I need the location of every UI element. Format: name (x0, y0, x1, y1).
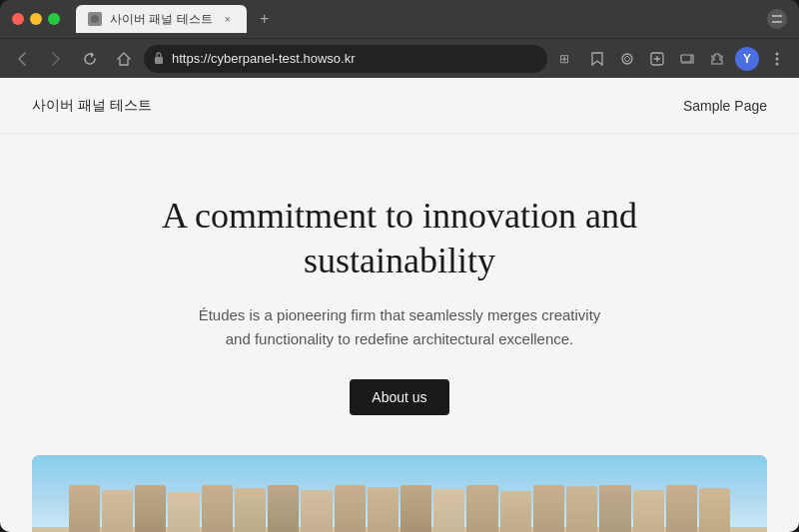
window-expand-area (767, 9, 787, 29)
site-nav: Sample Page (683, 97, 767, 115)
about-us-button[interactable]: About us (350, 379, 448, 415)
sample-page-link[interactable]: Sample Page (683, 98, 767, 114)
fin (666, 485, 697, 532)
fin (699, 488, 730, 532)
fin (235, 488, 266, 532)
new-tab-button[interactable]: + (251, 5, 279, 33)
svg-rect-2 (155, 57, 163, 64)
site-header: 사이버 패널 테스트 Sample Page (0, 78, 799, 134)
address-bar-row: https://cyberpanel-test.howso.kr ⊞ Y (0, 38, 799, 78)
fin (335, 485, 366, 532)
building-fins (69, 485, 730, 532)
toolbar-icons: ⊞ Y (553, 45, 791, 73)
traffic-lights (12, 13, 60, 25)
fin (301, 490, 332, 532)
close-window-button[interactable] (12, 13, 24, 25)
fin (368, 487, 399, 532)
fin (268, 485, 299, 532)
back-button[interactable] (8, 45, 36, 73)
fin (69, 485, 100, 532)
menu-button[interactable] (763, 45, 791, 73)
fin (102, 490, 133, 533)
hero-subtitle: Études is a pioneering firm that seamles… (190, 303, 609, 351)
tab-close-button[interactable]: × (221, 12, 235, 26)
minimize-window-button[interactable] (30, 13, 42, 25)
bookmark-icon[interactable] (583, 45, 611, 73)
reload-button[interactable] (76, 45, 104, 73)
svg-point-0 (91, 15, 99, 23)
svg-point-7 (776, 52, 779, 55)
extension2-icon[interactable] (643, 45, 671, 73)
maximize-window-button[interactable] (48, 13, 60, 25)
fin (566, 486, 597, 532)
hero-title: A commitment to innovation and sustainab… (160, 194, 639, 283)
fin (202, 485, 233, 532)
fin (400, 485, 431, 532)
translate-icon[interactable]: ⊞ (553, 45, 581, 73)
svg-text:⊞: ⊞ (559, 52, 569, 66)
forward-button[interactable] (42, 45, 70, 73)
home-button[interactable] (110, 45, 138, 73)
extension1-icon[interactable] (613, 45, 641, 73)
site-brand-title: 사이버 패널 테스트 (32, 97, 152, 115)
building-image (32, 455, 767, 532)
web-content: 사이버 패널 테스트 Sample Page A commitment to i… (0, 78, 799, 532)
fin (533, 485, 564, 532)
hero-section: A commitment to innovation and sustainab… (0, 134, 799, 455)
window-expand-button[interactable] (767, 9, 787, 29)
fin (168, 492, 199, 532)
arch-image-bg (32, 455, 767, 532)
title-bar: 사이버 패널 테스트 × + (0, 0, 799, 38)
profile-avatar: Y (735, 47, 759, 71)
fin (633, 490, 664, 533)
fin (500, 491, 531, 532)
tab-area: 사이버 패널 테스트 × + (76, 5, 759, 33)
browser-tab[interactable]: 사이버 패널 테스트 × (76, 5, 247, 33)
svg-point-9 (776, 62, 779, 65)
svg-point-8 (776, 57, 779, 60)
svg-marker-1 (91, 52, 94, 58)
browser-window: 사이버 패널 테스트 × + https://cyber (0, 0, 799, 532)
fin (135, 485, 166, 532)
fin (466, 485, 497, 532)
fin (433, 489, 464, 532)
extensions-icon[interactable] (703, 45, 731, 73)
tab-favicon (88, 12, 102, 26)
address-bar-container: https://cyberpanel-test.howso.kr (144, 45, 547, 73)
cast-icon[interactable] (673, 45, 701, 73)
address-input[interactable]: https://cyberpanel-test.howso.kr (144, 45, 547, 73)
svg-rect-6 (681, 55, 691, 62)
profile-button[interactable]: Y (733, 45, 761, 73)
lock-icon (154, 52, 164, 66)
tab-title: 사이버 패널 테스트 (110, 11, 213, 28)
fin (599, 485, 630, 532)
